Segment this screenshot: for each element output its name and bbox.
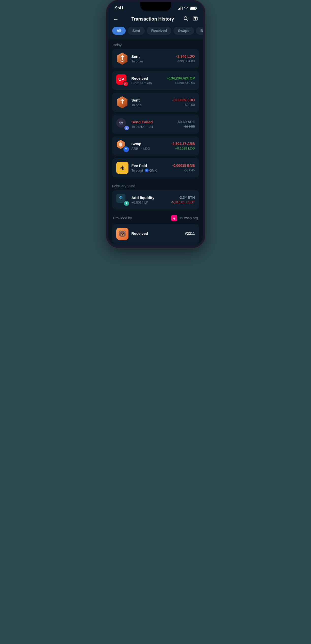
tx-subtitle: To 0x2f21...f34 bbox=[132, 125, 174, 129]
battery-fill bbox=[190, 7, 195, 9]
tx-info: Swap ARB → LDO bbox=[132, 142, 168, 151]
tx-title: Fee Paid bbox=[132, 163, 169, 168]
section-feb22: February 22nd bbox=[112, 180, 199, 190]
svg-point-13 bbox=[145, 169, 149, 172]
tx-title-failed: Send Failed bbox=[132, 120, 174, 124]
tx-amount-secondary: -$0.045 bbox=[172, 168, 195, 172]
liquidity-icon: ₮ bbox=[116, 194, 128, 206]
signal-bar-2 bbox=[179, 8, 180, 10]
tx-info: Sent To Joao bbox=[132, 54, 173, 63]
tx-info: Sent To Ana bbox=[132, 98, 169, 107]
table-row[interactable]: APE Ξ Send Failed To 0x2f21...f34 -69.69… bbox=[112, 114, 199, 134]
svg-text:APE: APE bbox=[119, 122, 123, 124]
ldo-icon bbox=[116, 53, 128, 65]
provided-by-row: Provided by 🦄 uniswap.org bbox=[112, 212, 199, 224]
tab-sent[interactable]: Sent bbox=[128, 27, 144, 35]
filter-icon[interactable] bbox=[193, 16, 198, 22]
svg-text:🦄: 🦄 bbox=[173, 217, 176, 220]
tx-amount-secondary: -$96.55 bbox=[177, 125, 195, 128]
tx-subtitle: From sam.eth bbox=[132, 81, 164, 85]
page-title: Transaction History bbox=[131, 16, 174, 22]
tab-buy[interactable]: Buy bbox=[196, 27, 203, 35]
section-today: Today bbox=[112, 39, 199, 49]
tx-amount-primary: -2,504.37 ARB bbox=[171, 142, 195, 146]
tx-amounts: #2311 bbox=[185, 232, 195, 236]
header: ← Transaction History bbox=[108, 13, 203, 27]
tx-amounts: -2,504.37 ARB +0.1028 LDO bbox=[171, 142, 195, 150]
svg-point-4 bbox=[122, 58, 123, 59]
notch bbox=[140, 2, 171, 11]
svg-point-14 bbox=[120, 197, 122, 199]
tx-amount-primary: -0.00015 BNB bbox=[172, 163, 195, 168]
header-actions bbox=[183, 16, 198, 23]
tx-amount-nft: #2311 bbox=[185, 232, 195, 236]
op-icon: OP OP bbox=[116, 74, 128, 87]
tx-subtitle: To Ana bbox=[132, 103, 169, 107]
tx-subtitle: ARB → LDO bbox=[132, 147, 168, 151]
table-row[interactable]: Fee Paid To send GMX -0.00015 BNB -$0 bbox=[112, 158, 199, 177]
tx-amount-primary: -2.34 ETH bbox=[171, 195, 195, 200]
tx-amount-primary: -2.346 LDO bbox=[176, 54, 195, 58]
swap-icon bbox=[116, 140, 128, 152]
tx-title: Sent bbox=[132, 54, 173, 59]
table-row[interactable]: 🐻 Received #2311 bbox=[112, 224, 199, 243]
tx-amount-secondary: +0.1028 LDO bbox=[171, 146, 195, 150]
svg-line-1 bbox=[187, 19, 188, 21]
tx-title: Swap bbox=[132, 142, 168, 146]
search-icon[interactable] bbox=[183, 16, 189, 23]
status-time: 9:41 bbox=[115, 6, 124, 11]
nft-icon: 🐻 bbox=[116, 228, 128, 240]
uniswap-logo: 🦄 bbox=[171, 215, 177, 221]
tx-amount-secondary: -$20.00 bbox=[172, 103, 195, 107]
tx-amount-primary: -69.69 APE bbox=[177, 120, 195, 124]
wifi-icon bbox=[184, 6, 188, 10]
tx-amount-secondary: -$99,364.83 bbox=[176, 59, 195, 63]
tx-subtitle: To Joao bbox=[132, 59, 173, 63]
tx-amounts: -0.00015 BNB -$0.045 bbox=[172, 163, 195, 172]
back-button[interactable]: ← bbox=[113, 16, 122, 23]
tx-info: Send Failed To 0x2f21...f34 bbox=[132, 120, 174, 129]
signal-bar-1 bbox=[178, 9, 179, 10]
tab-all[interactable]: All bbox=[112, 27, 126, 35]
table-row[interactable]: OP OP Received From sam.eth +134,294.424… bbox=[112, 71, 199, 90]
table-row[interactable]: Sent To Joao -2.346 LDO -$99,364.83 bbox=[112, 49, 199, 68]
table-row[interactable]: Swap ARB → LDO -2,504.37 ARB +0.1028 LDO bbox=[112, 136, 199, 156]
bnb-icon bbox=[116, 162, 128, 174]
svg-marker-3 bbox=[193, 17, 197, 20]
tx-amounts: -0.00039 LDO -$20.00 bbox=[172, 98, 195, 107]
signal-bar-4 bbox=[182, 7, 183, 10]
tx-amounts: -69.69 APE -$96.55 bbox=[177, 120, 195, 128]
tx-amount-primary: +134,294.424 OP bbox=[167, 76, 195, 80]
phone-frame: 9:41 ← Transaction History bbox=[106, 0, 205, 248]
tx-info: Fee Paid To send GMX bbox=[132, 163, 169, 172]
provided-by-label: Provided by bbox=[113, 216, 132, 220]
uniswap-source: uniswap.org bbox=[179, 216, 198, 220]
status-icons bbox=[178, 6, 196, 10]
table-row[interactable]: ₮ Add liquidity +0.0034 LP -2.34 ETH -5,… bbox=[112, 190, 199, 209]
tx-info: Received bbox=[132, 231, 182, 236]
svg-point-5 bbox=[122, 102, 123, 103]
tx-amounts: -2.34 ETH -5,310.61 USDT bbox=[171, 195, 195, 204]
content: Today Sent To Joao -2.346 LDO -$99,364.8… bbox=[108, 39, 203, 243]
tx-amount-secondary: +$390,519.54 bbox=[167, 81, 195, 85]
battery-icon bbox=[190, 7, 196, 10]
tx-amount-secondary: -5,310.61 USDT bbox=[171, 200, 195, 204]
tx-title: Received bbox=[132, 231, 182, 236]
tx-subtitle: +0.0034 LP bbox=[132, 201, 168, 204]
table-row[interactable]: Sent To Ana -0.00039 LDO -$20.00 bbox=[112, 93, 199, 112]
tx-amounts: -2.346 LDO -$99,364.83 bbox=[176, 54, 195, 63]
tx-title: Sent bbox=[132, 98, 169, 102]
tx-info: Received From sam.eth bbox=[132, 76, 164, 85]
ape-eth-icon: APE Ξ bbox=[116, 118, 128, 130]
ldo-icon-2 bbox=[116, 96, 128, 108]
svg-rect-8 bbox=[121, 166, 124, 169]
tx-info: Add liquidity +0.0034 LP bbox=[132, 195, 168, 204]
tab-received[interactable]: Received bbox=[147, 27, 171, 35]
provided-by-source[interactable]: 🦄 uniswap.org bbox=[171, 215, 198, 221]
tx-subtitle: To send GMX bbox=[132, 169, 169, 172]
filter-tabs: All Sent Received Swaps Buy Se… bbox=[108, 27, 203, 39]
tx-title: Received bbox=[132, 76, 164, 80]
gmx-label: GMX bbox=[149, 169, 157, 172]
tab-swaps[interactable]: Swaps bbox=[173, 27, 194, 35]
tx-amount-primary: -0.00039 LDO bbox=[172, 98, 195, 102]
